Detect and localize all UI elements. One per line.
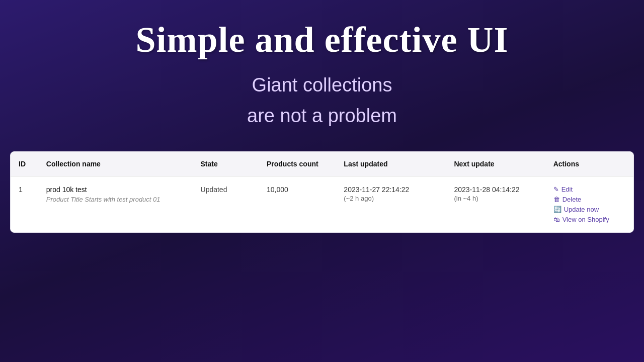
view-shopify-link[interactable]: 🛍 View on Shopify	[553, 216, 625, 223]
col-header-id: ID	[11, 152, 38, 176]
update-now-link[interactable]: 🔄 Update now	[553, 206, 625, 213]
edit-label: Edit	[561, 186, 573, 193]
hero-title: Simple and effective UI	[10, 20, 634, 60]
view-shopify-label: View on Shopify	[562, 216, 609, 223]
collections-table-container: ID Collection name State Products count …	[10, 151, 634, 233]
delete-icon: 🗑	[553, 196, 560, 203]
cell-collection-name: prod 10k test Product Title Starts with …	[38, 176, 193, 232]
col-header-products: Products count	[259, 152, 336, 176]
delete-label: Delete	[562, 196, 582, 203]
col-header-next-update: Next update	[446, 152, 545, 176]
table-row: 1 prod 10k test Product Title Starts wit…	[11, 176, 633, 232]
edit-link[interactable]: ✎ Edit	[553, 186, 625, 193]
table-header-row: ID Collection name State Products count …	[11, 152, 633, 176]
col-header-name: Collection name	[38, 152, 193, 176]
shopify-icon: 🛍	[553, 216, 560, 223]
cell-products-count: 10,000	[259, 176, 336, 232]
hero-subtitle-line2: are not a problem	[247, 105, 397, 126]
col-header-state: State	[193, 152, 259, 176]
hero-subtitle: Giant collections are not a problem	[10, 70, 634, 131]
cell-next-update: 2023-11-28 04:14:22 (in ~4 h)	[446, 176, 545, 232]
hero-subtitle-line1: Giant collections	[252, 74, 392, 96]
cell-last-updated: 2023-11-27 22:14:22 (~2 h ago)	[336, 176, 446, 232]
edit-icon: ✎	[553, 186, 559, 193]
collection-name-sub: Product Title Starts with test product 0…	[46, 196, 185, 203]
next-update-date: 2023-11-28 04:14:22	[454, 186, 537, 194]
col-header-last-updated: Last updated	[336, 152, 446, 176]
col-header-actions: Actions	[545, 152, 633, 176]
cell-actions: ✎ Edit 🗑 Delete 🔄 Update now 🛍 View on S…	[545, 176, 633, 232]
next-update-relative: (in ~4 h)	[454, 195, 537, 202]
hero-section: Simple and effective UI Giant collection…	[0, 0, 644, 146]
last-updated-date: 2023-11-27 22:14:22	[344, 186, 438, 194]
update-now-label: Update now	[564, 206, 599, 213]
last-updated-relative: (~2 h ago)	[344, 195, 438, 202]
cell-state: Updated	[193, 176, 259, 232]
update-icon: 🔄	[553, 206, 561, 213]
state-value: Updated	[201, 186, 227, 194]
collection-name-main: prod 10k test	[46, 186, 185, 194]
actions-container: ✎ Edit 🗑 Delete 🔄 Update now 🛍 View on S…	[553, 186, 625, 223]
collections-table: ID Collection name State Products count …	[11, 152, 633, 232]
delete-link[interactable]: 🗑 Delete	[553, 196, 625, 203]
cell-id: 1	[11, 176, 38, 232]
